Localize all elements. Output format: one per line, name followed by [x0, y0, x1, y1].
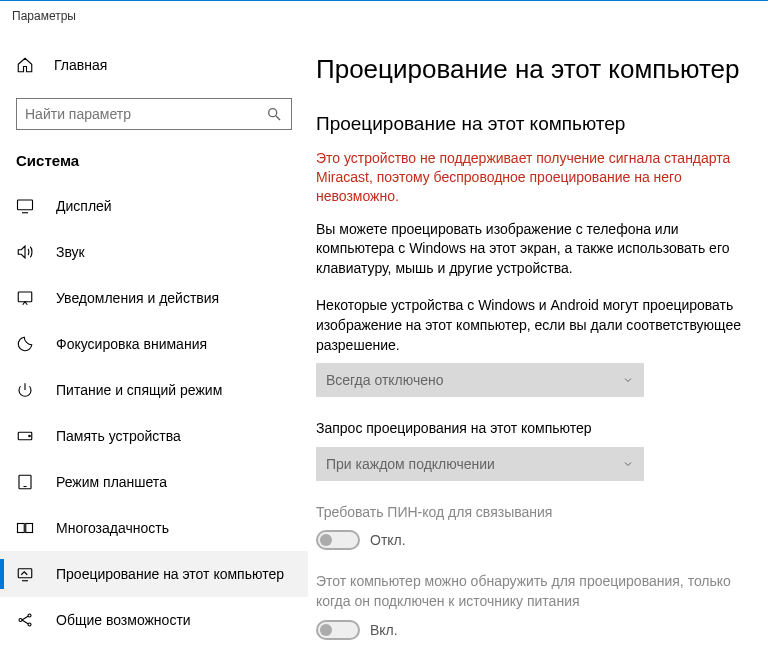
sidebar-item-tablet[interactable]: Режим планшета — [0, 459, 308, 505]
sidebar: Главная Система ДисплейЗвукУведомления и… — [0, 30, 308, 661]
sidebar-item-display[interactable]: Дисплей — [0, 183, 308, 229]
svg-point-16 — [28, 623, 31, 626]
svg-point-7 — [29, 435, 31, 437]
page-title: Проецирование на этот компьютер — [316, 54, 756, 85]
setting-discover-toggle[interactable] — [316, 620, 360, 640]
dropdown-value: Всегда отключено — [326, 372, 444, 388]
sidebar-item-power[interactable]: Питание и спящий режим — [0, 367, 308, 413]
sidebar-home[interactable]: Главная — [0, 48, 308, 82]
power-icon — [16, 381, 34, 399]
sidebar-item-label: Многозадачность — [56, 520, 169, 536]
setting-pin-label: Требовать ПИН-код для связывания — [316, 503, 756, 523]
sidebar-item-focus[interactable]: Фокусировка внимания — [0, 321, 308, 367]
search-icon — [265, 105, 283, 123]
chevron-down-icon — [622, 374, 634, 386]
dropdown-value: При каждом подключении — [326, 456, 495, 472]
home-icon — [16, 56, 34, 74]
svg-marker-4 — [18, 246, 25, 258]
shared-icon — [16, 611, 34, 629]
svg-point-14 — [19, 619, 22, 622]
sidebar-item-storage[interactable]: Память устройства — [0, 413, 308, 459]
search-box[interactable] — [16, 98, 292, 130]
content-area: Проецирование на этот компьютер Проециро… — [308, 30, 768, 661]
project-icon — [16, 565, 34, 583]
window-title: Параметры — [12, 9, 76, 23]
notifications-icon — [16, 289, 34, 307]
setting-permission-dropdown[interactable]: Всегда отключено — [316, 363, 644, 397]
svg-rect-11 — [26, 524, 33, 533]
svg-line-1 — [276, 116, 280, 120]
svg-point-0 — [269, 109, 277, 117]
display-icon — [16, 197, 34, 215]
intro-text: Вы можете проецировать изображение с тел… — [316, 220, 756, 279]
setting-pin-toggle[interactable] — [316, 530, 360, 550]
sidebar-item-label: Уведомления и действия — [56, 290, 219, 306]
sidebar-group-header: Система — [0, 148, 308, 183]
search-input[interactable] — [25, 106, 265, 122]
sidebar-item-multitask[interactable]: Многозадачность — [0, 505, 308, 551]
sidebar-item-label: Дисплей — [56, 198, 112, 214]
sidebar-item-label: Проецирование на этот компьютер — [56, 566, 284, 582]
svg-rect-5 — [18, 292, 32, 302]
sidebar-item-label: Общие возможности — [56, 612, 191, 628]
storage-icon — [16, 427, 34, 445]
sidebar-item-notifications[interactable]: Уведомления и действия — [0, 275, 308, 321]
tablet-icon — [16, 473, 34, 491]
sidebar-item-shared[interactable]: Общие возможности — [0, 597, 308, 643]
sidebar-item-label: Режим планшета — [56, 474, 167, 490]
multitask-icon — [16, 519, 34, 537]
setting-discover-label: Этот компьютер можно обнаружить для прое… — [316, 572, 756, 611]
chevron-down-icon — [622, 458, 634, 470]
sidebar-item-label: Память устройства — [56, 428, 181, 444]
section-title: Проецирование на этот компьютер — [316, 113, 756, 135]
sidebar-item-sound[interactable]: Звук — [0, 229, 308, 275]
sidebar-item-label: Фокусировка внимания — [56, 336, 207, 352]
sidebar-item-label: Питание и спящий режим — [56, 382, 222, 398]
window-titlebar: Параметры — [0, 0, 768, 30]
setting-ask-dropdown[interactable]: При каждом подключении — [316, 447, 644, 481]
svg-rect-10 — [18, 524, 25, 533]
setting-pin-state: Откл. — [370, 532, 406, 548]
setting-permission-label: Некоторые устройства с Windows и Android… — [316, 296, 756, 355]
svg-point-15 — [28, 614, 31, 617]
sidebar-item-label: Звук — [56, 244, 85, 260]
sidebar-home-label: Главная — [54, 57, 107, 73]
focus-icon — [16, 335, 34, 353]
miracast-warning: Это устройство не поддерживает получение… — [316, 149, 756, 206]
sidebar-item-project[interactable]: Проецирование на этот компьютер — [0, 551, 308, 597]
svg-rect-2 — [18, 200, 33, 210]
sound-icon — [16, 243, 34, 261]
setting-discover-state: Вкл. — [370, 622, 398, 638]
setting-ask-label: Запрос проецирования на этот компьютер — [316, 419, 756, 439]
